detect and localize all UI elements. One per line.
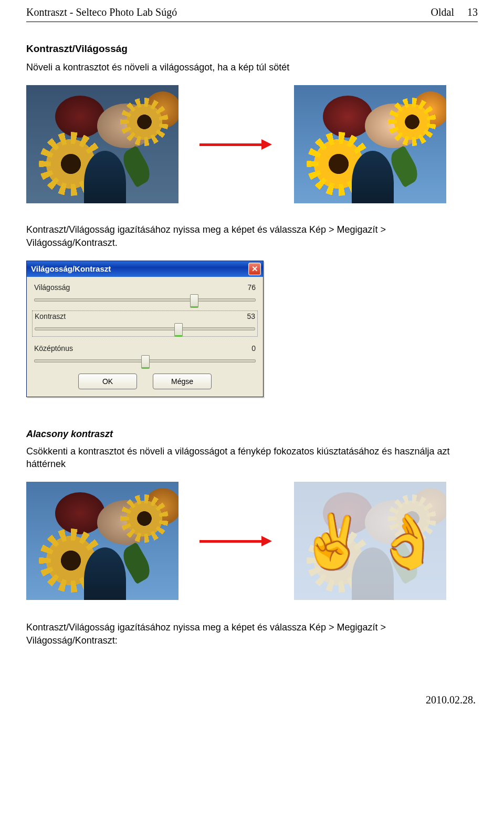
footer-date: 2010.02.28. [26, 694, 478, 706]
brightness-contrast-dialog: Világosság/Kontraszt ✕ Világosság 76 [26, 261, 264, 397]
brightness-slider[interactable] [34, 295, 256, 304]
section-heading-low-contrast: Alacsony kontraszt [26, 429, 478, 440]
example-image-after-faded: ✌ 👌 [294, 482, 446, 600]
contrast-label: Kontraszt [35, 312, 66, 320]
example-image-before-normal [26, 482, 178, 600]
example-image-before-dark [26, 85, 178, 203]
arrow-right-icon [200, 139, 273, 150]
brightness-field: Világosság 76 [34, 282, 256, 304]
slider-thumb[interactable] [141, 355, 150, 369]
instruction-2: Kontraszt/Világosság igazításához nyissa… [26, 621, 478, 647]
arrow-right-icon [200, 536, 273, 546]
brightness-value: 76 [247, 283, 256, 292]
midtone-field: Középtónus 0 [34, 343, 256, 365]
slider-thumb[interactable] [190, 294, 198, 308]
midtone-label: Középtónus [34, 344, 73, 353]
brightness-label: Világosság [34, 283, 70, 292]
hand-gestures-overlay: ✌ 👌 [294, 482, 446, 600]
slider-thumb[interactable] [174, 323, 183, 337]
header-rule [26, 22, 478, 22]
contrast-field: Kontraszt 53 [32, 310, 258, 337]
ok-button[interactable]: OK [78, 374, 137, 389]
dialog-titlebar[interactable]: Világosság/Kontraszt ✕ [27, 261, 263, 277]
close-icon: ✕ [251, 264, 258, 274]
document-title: Kontraszt - Selteco Photo Lab Súgó [26, 6, 177, 18]
midtone-slider[interactable] [34, 356, 256, 365]
cancel-button[interactable]: Mégse [153, 374, 212, 389]
dialog-title: Világosság/Kontraszt [31, 264, 111, 273]
before-after-row-1 [26, 85, 478, 203]
instruction-1: Kontraszt/Világosság igazításához nyissa… [26, 223, 478, 249]
page-indicator: Oldal 13 [431, 6, 478, 18]
before-after-row-2: ✌ 👌 [26, 482, 478, 600]
section-intro-1: Növeli a kontrasztot és növeli a világos… [26, 61, 478, 74]
victory-hand-icon: ✌ [300, 515, 365, 567]
ok-hand-icon: 👌 [375, 515, 440, 567]
midtone-value: 0 [251, 344, 256, 353]
example-image-after-bright [294, 85, 446, 203]
section-heading-contrast: Kontraszt/Világosság [26, 43, 478, 55]
close-button[interactable]: ✕ [248, 263, 261, 275]
contrast-slider[interactable] [35, 324, 255, 333]
page-label: Oldal [431, 6, 454, 18]
page-number: 13 [467, 6, 478, 18]
section-intro-2: Csökkenti a kontrasztot és növeli a vilá… [26, 445, 478, 471]
contrast-value: 53 [247, 312, 255, 320]
